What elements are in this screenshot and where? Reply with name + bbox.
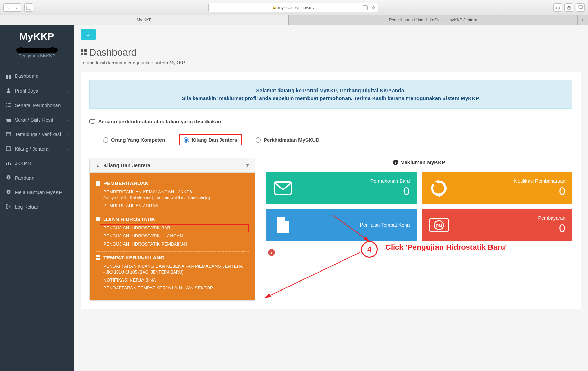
sidebar-item-label: Dashboard <box>15 73 39 79</box>
info-icon: i <box>6 190 11 195</box>
makluman-heading: i Makluman MyKKP <box>266 159 572 165</box>
sidebar-item-label: JKKP 8 <box>15 161 31 166</box>
annotation-step-circle: 4 <box>361 241 378 258</box>
services-heading: Senarai perkhidmatan atas talian yang di… <box>89 118 259 127</box>
chevron-down-icon: ▼ <box>245 162 250 168</box>
sidebar-item-label: Senarai Permohonan <box>15 103 61 108</box>
card-value: 0 <box>454 221 566 235</box>
refresh-icon <box>429 180 449 197</box>
grid-icon <box>6 73 11 79</box>
grid-icon <box>96 217 101 221</box>
service-radio-kilang-dan-jentera[interactable]: Kilang Dan Jentera <box>179 134 242 145</box>
monitor-icon <box>89 119 95 124</box>
panel-item[interactable]: PEMBERITAHUAN ADUAN <box>96 202 249 210</box>
browser-tab[interactable]: Permohonan Ujian HidroStatik - myKKP Jen… <box>289 15 578 25</box>
service-radio-orang-yang-kompeten[interactable]: Orang Yang Kompeten <box>103 134 165 145</box>
new-tab-button[interactable]: + <box>578 15 588 25</box>
sidebar-item-panduan[interactable]: iPanduan <box>0 171 74 185</box>
info-icon: i <box>6 175 11 181</box>
main-content: « Dashboard Terima kasih kerana mengguna… <box>74 25 588 371</box>
sidebar-item-jkkp-8[interactable]: JKKP 8 <box>0 156 74 171</box>
annotation-text: Click 'Pengujian Hidrostatik Baru' <box>385 243 507 252</box>
back-button[interactable]: ‹ <box>3 3 12 12</box>
radio-input[interactable] <box>256 137 261 143</box>
svg-text:RM: RM <box>436 223 442 228</box>
section-heading: TEMPAT KERJA/KILANG <box>96 255 249 260</box>
sidebar-item-label: Meja Bantuan MyKKP <box>15 190 62 195</box>
sidebar-item-label: Log Keluar <box>15 204 38 210</box>
reload-icon[interactable]: ⟳ <box>372 5 375 10</box>
svg-rect-13 <box>6 132 11 136</box>
card-label: Notifikasi Pembaharuan <box>454 178 566 184</box>
reader-icon[interactable] <box>363 5 368 10</box>
service-radio-perkhidmatan-myskud[interactable]: Perkhidmatan MySKUD <box>256 134 319 145</box>
calendar-icon <box>6 132 11 137</box>
share-button[interactable] <box>564 3 573 12</box>
app-sidebar: MyKKP Pengguna MyKKP DashboardProfil Say… <box>0 25 74 371</box>
url-text: mykkp.dosh.gov.my <box>278 5 314 10</box>
panel-item[interactable]: PENGUJIAN HIDROSTATIK PEMBAIKAN <box>96 240 249 249</box>
sidebar-item-senarai-permohonan[interactable]: Senarai Permohonan <box>0 98 74 113</box>
svg-rect-22 <box>8 162 9 165</box>
svg-rect-30 <box>275 182 291 194</box>
panel-section: PEMBERITAHUANPEMBERITAHUAN KEMALANGAN - … <box>96 178 249 213</box>
sidebar-item-log-keluar[interactable]: Log Keluar <box>0 200 74 214</box>
panel-item[interactable]: PENGUJIAN HIDROSTATIK BARU <box>100 224 249 232</box>
card-value: 0 <box>298 184 410 198</box>
chevron-left-icon: ‹ <box>67 132 68 136</box>
folder-icon <box>6 117 11 123</box>
welcome-alert: Selamat datang ke Portal MyKKP, Gerbang … <box>89 80 572 109</box>
svg-rect-17 <box>6 147 11 151</box>
sidebar-toggle-button[interactable] <box>24 3 33 12</box>
panel-item[interactable]: PENGUJIAN HIDROSTATIK ULANGAN <box>96 232 249 240</box>
downloads-button[interactable] <box>553 3 562 12</box>
browser-tabbar: My KKP Permohonan Ujian HidroStatik - my… <box>0 15 588 25</box>
mail-icon <box>273 181 293 195</box>
stat-card-notifikasi-pembaharuan[interactable]: Notifikasi Pembaharuan0 <box>422 172 573 204</box>
url-bar[interactable]: 🔒 mykkp.dosh.gov.my ⟳ <box>208 3 378 12</box>
dashboard-icon <box>81 49 88 56</box>
card-label: Pembayaran <box>454 215 566 221</box>
svg-rect-0 <box>26 6 31 9</box>
svg-rect-28 <box>90 120 95 123</box>
browser-tab[interactable]: My KKP <box>0 15 289 25</box>
sidebar-item-kilang-jentera[interactable]: Kilang / Jentera‹ <box>0 142 74 156</box>
panel-section: TEMPAT KERJA/KILANGPENDAFTARAN KILANG DA… <box>96 252 249 295</box>
stat-card-penilaian-tempat-kerja[interactable]: Penilaian Tempat Kerja <box>266 209 417 241</box>
logout-icon <box>6 204 11 210</box>
page-subtitle: Terima kasih kerana menggunakan sistem M… <box>81 60 581 65</box>
radio-input[interactable] <box>184 137 189 143</box>
sidebar-item-meja-bantuan-mykkp[interactable]: iMeja Bantuan MyKKP <box>0 185 74 200</box>
forward-button[interactable]: › <box>12 3 21 12</box>
sidebar-item-label: Surat / Sijil / Resit <box>15 117 53 123</box>
panel-item[interactable]: PENDAFTARAN TEMPAT KERJA LAIN-LAIN SEKTO… <box>96 284 249 293</box>
sidebar-item-label: Panduan <box>15 175 34 181</box>
calendar-icon <box>6 146 11 152</box>
svg-rect-21 <box>6 163 7 165</box>
panel-header[interactable]: Kilang Dan Jentera ▼ <box>90 158 255 173</box>
chevron-left-icon: ‹ <box>67 89 68 93</box>
sidebar-item-profil-saya[interactable]: Profil Saya‹ <box>0 84 74 98</box>
services-panel: Kilang Dan Jentera ▼ PEMBERITAHUANPEMBER… <box>89 158 255 301</box>
browser-toolbar: ‹ › 🔒 mykkp.dosh.gov.my ⟳ <box>0 0 588 15</box>
user-icon <box>6 88 11 94</box>
panel-item[interactable]: NOTIFIKASI KERJA BINA <box>96 276 249 285</box>
svg-rect-23 <box>10 163 11 165</box>
stat-card-pembayaran[interactable]: RMPembayaran0 <box>422 209 573 241</box>
sidebar-item-dashboard[interactable]: Dashboard <box>0 68 74 84</box>
chart-icon <box>6 161 11 166</box>
card-label: Permohonan Baru <box>298 178 410 184</box>
radio-input[interactable] <box>103 137 108 143</box>
user-role: Pengguna MyKKP <box>0 53 74 58</box>
sidebar-collapse-button[interactable]: « <box>81 29 96 40</box>
sidebar-item-label: Temuduga / Verifikasi <box>15 132 61 137</box>
tabs-button[interactable] <box>576 3 585 12</box>
grid-icon <box>96 181 101 186</box>
stat-card-permohonan-baru[interactable]: Permohonan Baru0 <box>266 172 417 204</box>
sidebar-item-surat-sijil-resit[interactable]: Surat / Sijil / Resit‹ <box>0 113 74 127</box>
chevron-left-icon: ‹ <box>67 147 68 151</box>
sidebar-item-temuduga-verifikasi[interactable]: Temuduga / Verifikasi‹ <box>0 127 74 142</box>
grid-icon <box>96 255 101 260</box>
sidebar-item-label: Kilang / Jentera <box>15 146 48 152</box>
panel-item-sub: - JKJ 101/JKJ 105 (BAGI JENTERA BARU) <box>96 270 249 275</box>
